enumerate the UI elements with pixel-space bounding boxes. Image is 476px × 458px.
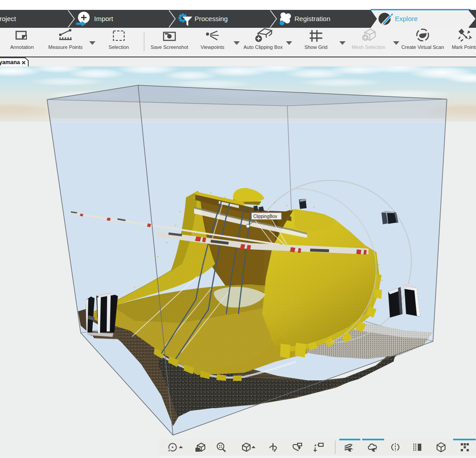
svg-text:ClippingBox: ClippingBox xyxy=(253,214,277,219)
svg-text:yamana: yamana xyxy=(0,59,21,65)
